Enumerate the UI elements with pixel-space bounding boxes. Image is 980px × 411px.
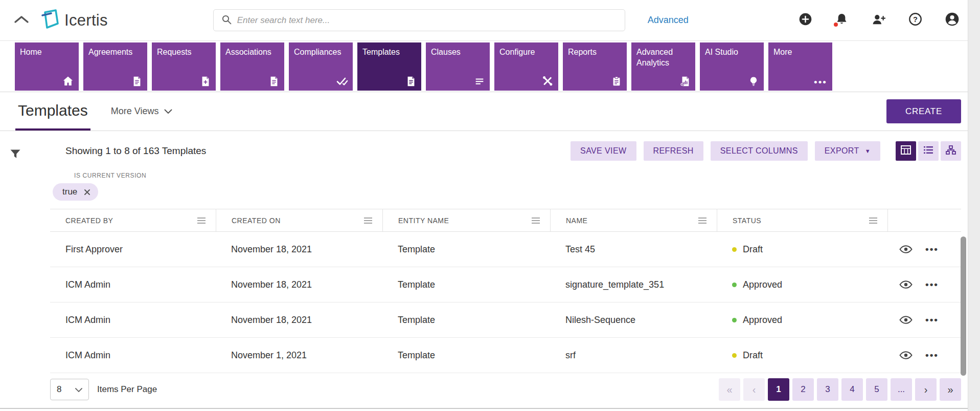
add-user-button[interactable] [871,13,886,28]
cell-name: Test 45 [550,244,717,255]
column-menu-icon[interactable] [869,218,877,224]
row-menu-icon[interactable]: ••• [925,279,939,290]
collapse-header-button[interactable] [12,13,31,28]
preview-eye-icon[interactable] [899,280,913,289]
cell-status: Approved [717,279,887,290]
export-label: EXPORT [825,146,859,156]
previous-page-button[interactable]: ‹ [743,378,765,401]
row-menu-icon[interactable]: ••• [925,314,939,326]
nav-tile-agreements[interactable]: Agreements [83,42,147,91]
column-menu-icon[interactable] [364,218,372,224]
page-button-5[interactable]: 5 [866,378,887,401]
page-button-3[interactable]: 3 [817,378,838,401]
table-scrollbar-thumb[interactable] [961,236,966,376]
create-button[interactable]: CREATE [886,99,961,123]
table-row[interactable]: ICM Admin November 18, 2021 Template Nil… [50,302,961,338]
nav-tile-label: More [773,47,828,57]
column-header-status: STATUS [717,209,887,231]
nav-tile-templates[interactable]: Templates [357,42,421,91]
cell-entity-name: Template [382,244,550,255]
cell-created-on: November 18, 2021 [216,244,382,255]
row-menu-icon[interactable]: ••• [925,350,939,361]
page-title-row: Templates More Views CREATE [0,92,980,131]
list-view-toggle[interactable] [918,141,939,161]
page-scrollbar-track[interactable] [968,0,980,411]
hierarchy-view-toggle[interactable] [941,141,961,161]
table-row[interactable]: ICM Admin November 1, 2021 Template srf … [50,338,961,373]
search-input[interactable] [237,15,617,26]
templates-main: Showing 1 to 8 of 163 Templates SAVE VIE… [31,131,980,409]
cell-entity-name: Template [382,315,550,326]
grid-view-toggle[interactable] [896,141,916,161]
document-icon [405,76,417,87]
last-page-button[interactable]: » [940,378,961,401]
nav-tile-label: Requests [157,47,212,57]
pagination-bar: 8 Items Per Page « ‹ 1 2 3 4 5 ... › » [50,378,961,401]
page-ellipsis-button[interactable]: ... [891,378,912,401]
nav-tile-requests[interactable]: Requests [152,42,216,91]
column-label: NAME [566,217,587,225]
first-page-button[interactable]: « [719,378,740,401]
status-dot [732,353,737,358]
status-dot [732,247,737,252]
hierarchy-view-icon [946,145,956,157]
column-label: CREATED ON [232,217,281,225]
add-new-button[interactable] [799,12,812,28]
preview-eye-icon[interactable] [899,351,913,359]
status-label: Approved [743,315,782,326]
nav-tile-clauses[interactable]: Clauses [426,42,490,91]
plus-circle-icon [799,12,812,28]
page-button-2[interactable]: 2 [792,378,814,401]
page-button-1[interactable]: 1 [768,378,789,401]
chevron-down-icon [164,106,172,117]
nav-tile-compliances[interactable]: Compliances [289,42,353,91]
preview-eye-icon[interactable] [899,316,913,324]
preview-eye-icon[interactable] [899,245,913,253]
cell-name: signature_template_351 [550,279,717,290]
filter-funnel-icon[interactable] [9,148,21,162]
account-button[interactable] [945,12,960,29]
nav-tile-label: Associations [225,47,280,57]
notifications-button[interactable] [835,12,849,28]
export-button[interactable]: EXPORT ▼ [815,141,880,161]
more-views-dropdown[interactable]: More Views [111,106,173,117]
table-header-row: CREATED BY CREATED ON ENTITY NAME NAME [50,209,961,232]
table-row[interactable]: ICM Admin November 18, 2021 Template sig… [50,267,961,302]
tools-icon [541,75,554,87]
cell-created-on: November 18, 2021 [216,315,382,326]
cell-name: srf [550,350,717,361]
bulb-icon [748,76,759,87]
nav-tile-label: Advanced Analytics [636,47,691,68]
close-icon[interactable] [84,189,90,196]
content-area: Showing 1 to 8 of 163 Templates SAVE VIE… [0,131,980,409]
column-menu-icon[interactable] [698,218,706,224]
items-per-page-select[interactable]: 8 [50,379,89,400]
nav-tile-associations[interactable]: Associations [220,42,284,91]
table-row[interactable]: First Approver November 18, 2021 Templat… [50,232,961,267]
save-view-button[interactable]: SAVE VIEW [571,141,636,161]
row-menu-icon[interactable]: ••• [925,244,939,255]
cell-name: Nilesh-Sequence [550,315,717,326]
cell-status: Draft [717,244,887,255]
column-menu-icon[interactable] [197,218,206,224]
nav-tile-ai-studio[interactable]: AI Studio [700,42,764,91]
column-menu-icon[interactable] [532,218,540,224]
primary-navigation: Home Agreements Requests Associations Co… [0,41,980,92]
nav-tile-advanced-analytics[interactable]: Advanced Analytics [631,42,695,91]
page-button-4[interactable]: 4 [841,378,863,401]
filter-chip[interactable]: true [53,183,98,201]
notification-badge [833,21,839,28]
nav-tile-home[interactable]: Home [15,42,79,91]
nav-tile-reports[interactable]: Reports [563,42,627,91]
clipboard-icon [611,76,622,87]
refresh-button[interactable]: REFRESH [644,141,703,161]
list-view-icon [923,146,933,156]
nav-tile-more[interactable]: More ••• [768,42,832,91]
next-page-button[interactable]: › [915,378,937,401]
cell-entity-name: Template [382,279,550,290]
select-columns-button[interactable]: SELECT COLUMNS [711,141,808,161]
nav-tile-configure[interactable]: Configure [494,42,558,91]
view-toggle-group [896,141,961,161]
help-button[interactable]: ? [908,12,922,28]
advanced-search-link[interactable]: Advanced [648,15,689,26]
